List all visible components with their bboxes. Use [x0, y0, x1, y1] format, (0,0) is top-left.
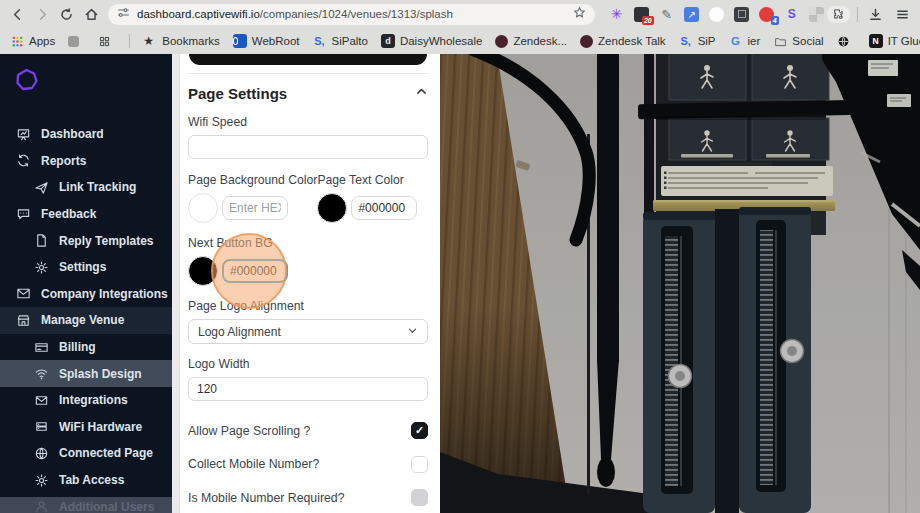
page-text-color-input[interactable] [351, 196, 417, 220]
sidebar-item[interactable]: Settings [0, 254, 172, 281]
bookmarks-bar-divider [129, 34, 130, 48]
sidebar-item[interactable]: Company Integrations [0, 281, 172, 308]
site-settings-icon[interactable] [117, 5, 130, 23]
purple-flower-extension[interactable] [609, 6, 625, 22]
browser-toolbar: dashboard.captivewifi.io/companies/1024/… [0, 0, 920, 28]
checkbox-list: Allow Page Scrolling ? Collect Mobile Nu… [188, 422, 428, 513]
folder-icon [773, 34, 787, 48]
tab-access-icon [34, 473, 49, 488]
wifi-speed-input[interactable] [188, 135, 428, 159]
next-button-bg-swatch[interactable] [188, 256, 218, 286]
sidebar-item[interactable]: Manage Venue [0, 307, 172, 334]
address-bar[interactable]: dashboard.captivewifi.io/companies/1024/… [108, 4, 595, 25]
sipalto-favicon: S, [312, 34, 326, 48]
logo-alignment-select[interactable]: Logo Alignment [188, 319, 428, 344]
extensions-puzzle-icon[interactable] [827, 6, 850, 23]
share-arrow-extension[interactable] [684, 6, 700, 22]
toolbar-divider [857, 7, 858, 22]
bookmark-item[interactable]: Zendesk... [495, 35, 567, 48]
billing-icon [34, 340, 49, 355]
pen-extension[interactable] [659, 6, 675, 22]
scrolled-black-element [189, 54, 427, 65]
logo-width-input[interactable] [188, 377, 428, 401]
sidebar-nav: Dashboard Reports Link Tracking [0, 121, 172, 513]
reports-icon [16, 153, 31, 168]
home-icon[interactable] [80, 3, 103, 25]
bookmark-item[interactable] [68, 36, 84, 47]
bookmark-item[interactable]: WebRoot [233, 34, 300, 48]
page-background-color-swatch[interactable] [188, 193, 218, 223]
bookmark-star-icon[interactable] [573, 5, 586, 23]
sidebar-item[interactable]: Integrations [0, 387, 172, 414]
bookmark-item[interactable]: S, SiPalto [312, 34, 367, 48]
next-button-bg-input[interactable] [222, 259, 288, 283]
zendesk-favicon [580, 35, 593, 48]
gray-square-icon [68, 36, 79, 47]
bookmark-item[interactable]: Bookmarks [143, 34, 220, 48]
back-icon[interactable] [6, 3, 29, 25]
checkbox[interactable] [411, 456, 428, 473]
page-background-color-input[interactable] [222, 196, 288, 220]
daisy-favicon: d [381, 34, 395, 48]
next-button-bg-label: Next Button BG [188, 236, 428, 250]
sidebar-item[interactable]: WiFi Hardware [0, 414, 172, 441]
webroot-favicon [233, 34, 247, 48]
sidebar-item[interactable]: Dashboard [0, 121, 172, 148]
url-domain: dashboard.captivewifi.io [137, 8, 260, 20]
checkbox-row: Allow Page Scrolling ? [188, 422, 428, 439]
integrations-icon [34, 393, 49, 408]
sidebar-item[interactable]: Connected Page [0, 440, 172, 467]
splash-settings-panel: Page Settings Wifi Speed Page Background… [180, 54, 440, 513]
bookmark-item[interactable]: Apps [10, 34, 55, 48]
sidebar-item[interactable]: Reports [0, 148, 172, 175]
bookmark-item[interactable]: Social [773, 34, 823, 48]
bookmark-item[interactable]: N IT Glue [869, 34, 920, 48]
zendesk-favicon [495, 35, 508, 48]
sidebar-item[interactable]: Link Tracking [0, 174, 172, 201]
bookmarks-bar: Apps Bookmark [0, 28, 920, 54]
browser-menu-icon[interactable] [891, 3, 914, 25]
panel-scrollbar[interactable] [172, 54, 180, 513]
bookmark-item[interactable]: S, SiP [679, 34, 716, 48]
chevron-down-icon [407, 325, 418, 339]
checkbox[interactable] [411, 422, 428, 439]
reload-icon[interactable] [56, 3, 79, 25]
page-text-color-swatch[interactable] [317, 193, 347, 223]
collapse-chevron-up-icon[interactable] [415, 84, 428, 102]
reply-templates-icon [34, 233, 49, 248]
connected-page-icon [34, 446, 49, 461]
sidebar-bottom-overlay [0, 497, 172, 513]
feedback-icon [16, 207, 31, 222]
checkbox-row: Collect Mobile Number? [188, 456, 428, 473]
bookmark-item[interactable]: G ier [729, 34, 761, 48]
extensions-row: 20 [609, 6, 825, 22]
white-circle-extension[interactable] [709, 6, 725, 22]
bookmark-item[interactable] [837, 34, 856, 48]
page-settings-heading: Page Settings [188, 85, 287, 102]
splash-design-icon [34, 366, 49, 381]
bookmark-item[interactable]: d DaisyWholesale [381, 34, 482, 48]
sidebar-item[interactable]: Reply Templates [0, 227, 172, 254]
url-text: dashboard.captivewifi.io/companies/1024/… [137, 8, 566, 20]
sipalto-favicon: S, [679, 34, 693, 48]
sidebar-item[interactable]: Billing [0, 334, 172, 361]
disabled-checker-extension[interactable] [809, 6, 825, 22]
red-circle-extension[interactable]: 4 [759, 6, 775, 22]
sidebar-item[interactable]: Feedback [0, 201, 172, 228]
forward-icon[interactable] [31, 3, 54, 25]
calendar-extension[interactable]: 20 [634, 6, 650, 22]
dark-box-extension[interactable] [734, 6, 750, 22]
s-letter-extension[interactable] [784, 6, 800, 22]
bookmark-item[interactable] [97, 34, 116, 48]
divider [129, 34, 130, 48]
sidebar-item[interactable]: Splash Design [0, 360, 172, 387]
sidebar-item[interactable]: Tab Access [0, 467, 172, 494]
captivewifi-logo-icon [13, 67, 40, 94]
wifi-speed-label: Wifi Speed [188, 115, 428, 129]
google-favicon: G [729, 34, 743, 48]
wifi-hardware-icon [34, 419, 49, 434]
venue-photo [440, 54, 920, 513]
bookmark-item[interactable]: Zendesk Talk [580, 35, 666, 48]
checkbox[interactable] [411, 489, 428, 506]
downloads-icon[interactable] [864, 3, 887, 25]
